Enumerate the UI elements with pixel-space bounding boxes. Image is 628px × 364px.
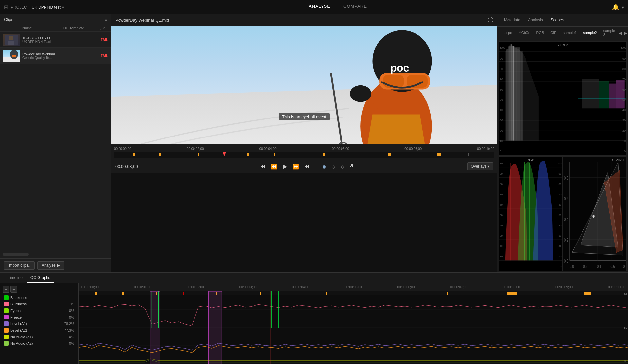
left-panel-footer: Import clips.. Analyse ▶	[0, 258, 111, 272]
play-button[interactable]: ▶	[281, 161, 289, 171]
legend-item-no-audio-a2: No Audio (A2) 0%	[3, 340, 76, 346]
rgb-y-axis-left: 1009080706050403020100	[500, 162, 504, 268]
scope-next-button[interactable]: ▶	[624, 30, 627, 36]
scope-tab-sample2[interactable]: sample2	[581, 30, 600, 36]
qc-graph-area[interactable]: 00:00:00;00 00:00:01;00 00:00:02;00 00:0…	[79, 283, 628, 364]
graph-mark: 00:00:08;00	[503, 285, 520, 289]
legend-item-level-a2: Level (A2) 77.3%	[3, 327, 76, 333]
main-area: Clips ≡ Name QC Template QC:	[0, 14, 628, 272]
tab-timeline[interactable]: Timeline	[4, 273, 27, 283]
svg-text:0.8: 0.8	[623, 264, 626, 269]
notification-icon[interactable]: 🔔	[612, 4, 619, 11]
eye-button[interactable]: 👁	[348, 162, 357, 171]
cie-label: BT.2020	[611, 158, 624, 162]
go-to-start-button[interactable]: ⏮	[258, 162, 268, 171]
legend-value-freeze: 0%	[61, 315, 74, 319]
clip-thumb-image	[3, 34, 20, 46]
scopes-area: scope YCbCr RGB CIE sample1 sample2 samp…	[497, 27, 628, 272]
left-panel: Clips ≡ Name QC Template QC:	[0, 14, 111, 272]
svg-rect-95	[150, 291, 160, 364]
bottom-panel: Timeline QC Graphs — + − Blackness Blurr…	[0, 272, 628, 364]
marker-triangle-button[interactable]: ◇	[339, 162, 346, 171]
graph-timeline-ruler: 00:00:00;00 00:00:01;00 00:00:02;00 00:0…	[79, 283, 628, 291]
home-icon[interactable]: ⊟	[4, 4, 8, 10]
graph-mark: 00:00:05;00	[345, 285, 362, 289]
scope-tab-scope[interactable]: scope	[500, 30, 515, 36]
center-panel: PowderDay Webinar Q1.mxf ⛶	[111, 14, 497, 272]
scope-tab-rgb[interactable]: RGB	[533, 30, 546, 36]
clip-list: 10-1276-0001-001 UK DPP HD 4 Track... FA…	[0, 32, 111, 250]
ruler-mark: 00:00:00;00	[114, 147, 131, 151]
legend-value-blurriness: 15	[61, 302, 74, 306]
tab-qcgraphs[interactable]: QC Graphs	[27, 273, 54, 283]
clip-info: 10-1276-0001-001 UK DPP HD 4 Track...	[22, 36, 98, 44]
expand-icon[interactable]: ▾	[622, 5, 624, 10]
clip-item[interactable]: 10-1276-0001-001 UK DPP HD 4 Track... FA…	[0, 32, 111, 48]
svg-text:0.2: 0.2	[564, 237, 568, 243]
zoom-in-button[interactable]: +	[3, 286, 9, 293]
analyse-button[interactable]: Analyse ▶	[37, 261, 64, 270]
import-clips-button[interactable]: Import clips..	[4, 261, 35, 270]
clip-status: FAIL	[101, 38, 108, 42]
rgb-label: RGB	[526, 158, 534, 162]
step-back-button[interactable]: ⏪	[269, 162, 279, 171]
legend-name-blackness: Blackness	[10, 296, 59, 300]
tab-analysis[interactable]: Analysis	[524, 14, 547, 26]
legend-name-eyeball: Eyeball	[10, 309, 59, 313]
nav-right: 🔔 ▾	[612, 4, 624, 11]
overlays-button[interactable]: Overlays ▾	[467, 162, 493, 170]
go-to-end-button[interactable]: ⏭	[302, 162, 311, 171]
timeline-ruler[interactable]: 00:00:00;00 00:00:02;00 00:00:04;00 00:0…	[111, 145, 497, 152]
marker-block	[133, 153, 135, 156]
nav-left: ⊟ PROJECT UK DPP HD test ▾	[4, 4, 64, 10]
marker-block	[468, 153, 469, 156]
svg-text:0.4: 0.4	[597, 264, 601, 269]
legend-name-freeze: Freeze	[10, 315, 59, 319]
ruler-mark: 00:00:08;00	[404, 147, 422, 151]
svg-text:0.0: 0.0	[569, 264, 574, 269]
marker-diamond-button[interactable]: ◆	[320, 162, 328, 171]
tab-scopes[interactable]: Scopes	[547, 14, 568, 26]
scope-nav: ◀ ▶	[619, 30, 627, 36]
transport-bar: 00:00:03;00 ⏮ ⏪ ▶ ⏩ ⏭ | ◆ ◇ ◇ 👁 Overlays…	[111, 159, 497, 173]
clips-menu-icon[interactable]: ≡	[105, 17, 107, 22]
panel-collapse-icon[interactable]: —	[615, 273, 624, 283]
graph-mark: 00:00:01;00	[134, 285, 151, 289]
clip-item[interactable]: PowderDay Webinar. Generic Quality Te...…	[0, 48, 111, 64]
video-player[interactable]: poc This is an eyeball event	[111, 26, 497, 144]
video-frame: poc This is an eyeball event	[111, 26, 497, 144]
scope-tab-cie[interactable]: CIE	[548, 30, 559, 36]
marker-block	[437, 153, 441, 156]
marker-track[interactable]	[114, 152, 494, 158]
marker-block	[323, 153, 325, 156]
marker-block	[274, 153, 275, 156]
legend-item-level-a1: Level (A1) 78.2%	[3, 321, 76, 327]
scope-tabs: scope YCbCr RGB CIE sample1 sample2 samp…	[497, 27, 628, 40]
col-qc: QC:	[99, 26, 108, 30]
tab-compare[interactable]: COMPARE	[343, 4, 367, 10]
scope-tab-sample3[interactable]: sample 3	[601, 28, 618, 38]
zoom-out-button[interactable]: −	[10, 286, 17, 293]
ycbcr-y-axis-left: 1009080706050403020100	[500, 47, 505, 153]
legend-name-no-audio-a2: No Audio (A2)	[10, 341, 59, 345]
legend-value-level-a1: 78.2%	[61, 322, 74, 326]
graph-mark: 00:00:00;00	[81, 285, 99, 289]
overlays-dropdown-icon: ▾	[488, 164, 489, 169]
fullscreen-icon[interactable]: ⛶	[488, 17, 493, 23]
tab-metadata[interactable]: Metadata	[500, 14, 524, 26]
svg-text:0.0: 0.0	[564, 258, 568, 264]
marker-diamond-outline-button[interactable]: ◇	[329, 162, 337, 171]
svg-rect-43	[599, 81, 609, 108]
svg-point-1	[9, 36, 13, 40]
project-name[interactable]: UK DPP HD test ▾	[32, 5, 64, 9]
scope-tab-ycbcr[interactable]: YCbCr	[516, 30, 532, 36]
ruler-mark: 00:00:02;00	[187, 147, 204, 151]
step-forward-button[interactable]: ⏩	[290, 162, 301, 171]
svg-rect-2	[8, 41, 14, 45]
ruler-mark: 00:00:04;00	[259, 147, 277, 151]
graph-mark: 00:00:02;00	[187, 285, 204, 289]
scope-tab-sample1[interactable]: sample1	[561, 30, 580, 36]
scope-prev-button[interactable]: ◀	[619, 30, 622, 36]
tab-analyse[interactable]: ANALYSE	[309, 4, 330, 10]
horizontal-scrollbar[interactable]	[3, 253, 29, 256]
